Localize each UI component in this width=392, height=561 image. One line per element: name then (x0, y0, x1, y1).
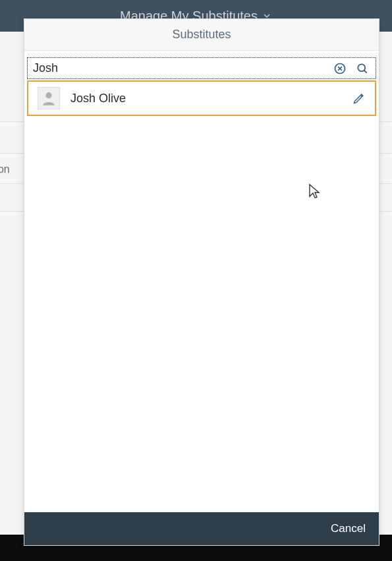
search-field-container (27, 57, 376, 79)
search-input[interactable] (33, 61, 331, 75)
substitutes-dialog: Substitutes Josh Olive (24, 18, 379, 546)
svg-point-5 (45, 92, 51, 98)
svg-line-4 (364, 70, 367, 73)
search-results-highlight: Josh Olive (27, 80, 376, 116)
dialog-footer: Cancel (24, 512, 379, 545)
list-item[interactable]: Josh Olive (28, 84, 375, 113)
pencil-icon[interactable] (350, 89, 368, 107)
dialog-body (24, 116, 379, 512)
dialog-title: Substitutes (172, 28, 231, 42)
cancel-button[interactable]: Cancel (331, 522, 366, 535)
svg-point-3 (358, 64, 365, 71)
result-name: Josh Olive (70, 92, 350, 105)
avatar-icon (38, 87, 60, 109)
search-icon[interactable] (353, 59, 372, 78)
dialog-header: Substitutes (24, 19, 379, 51)
backdrop-partial-text: ution (0, 163, 10, 175)
clear-icon[interactable] (331, 59, 349, 78)
